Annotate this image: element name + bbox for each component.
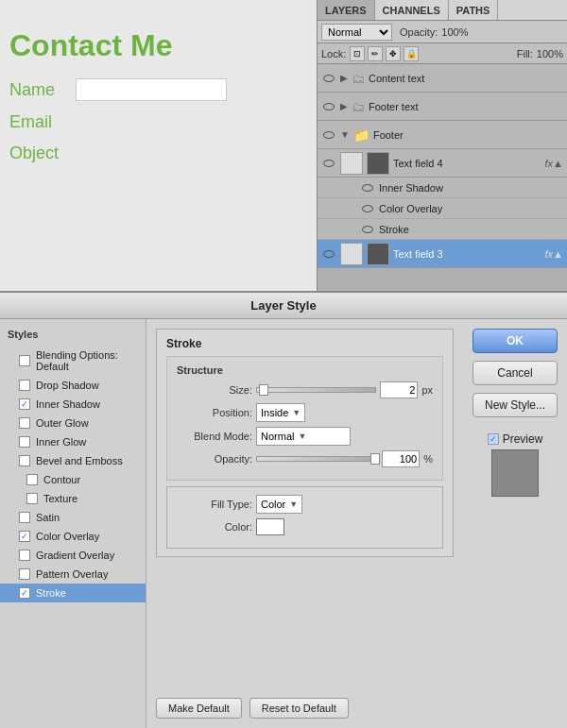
main-content-area: Stroke Structure Size: 2 px Position: [146, 319, 463, 728]
checkbox-pattern-overlay[interactable] [19, 568, 30, 580]
fill-type-dropdown[interactable]: Color ▼ [256, 495, 302, 514]
opacity-input[interactable]: 100 [382, 450, 420, 467]
size-slider[interactable] [256, 387, 376, 393]
name-field-row: Name [0, 73, 317, 107]
color-row: Color: [177, 518, 433, 535]
size-row: Size: 2 px [177, 381, 433, 398]
checkbox-bevel[interactable] [19, 455, 30, 466]
effect-inner-shadow[interactable]: Inner Shadow [318, 178, 567, 198]
lock-position-btn[interactable]: ✥ [386, 46, 401, 61]
checkbox-inner-shadow[interactable] [19, 398, 30, 410]
checkbox-color-overlay[interactable] [19, 531, 30, 542]
style-satin[interactable]: Satin [0, 508, 146, 527]
checkbox-contour[interactable] [26, 474, 38, 485]
name-input[interactable] [76, 78, 227, 101]
opacity-slider[interactable] [256, 456, 378, 462]
lock-all-btn[interactable]: 🔒 [404, 46, 419, 61]
eye-icon-tf3[interactable] [321, 246, 336, 262]
blend-mode-dropdown[interactable]: Normal ▼ [256, 427, 351, 446]
lock-transparent-btn[interactable]: ⊡ [350, 46, 365, 61]
opacity-field-label: Opacity: [177, 453, 252, 465]
checkbox-inner-glow[interactable] [19, 436, 30, 448]
fill-type-row: Fill Type: Color ▼ [177, 495, 433, 514]
tab-layers[interactable]: LAYERS [318, 0, 375, 20]
opacity-slider-thumb[interactable] [370, 453, 380, 465]
style-blending-options[interactable]: Blending Options: Default [0, 346, 146, 376]
layer-item-content-text[interactable]: ▶ 🗂 Content text [318, 64, 567, 93]
checkbox-satin[interactable] [19, 512, 30, 523]
preview-label-row: Preview [488, 432, 543, 446]
arrow-footer-text[interactable]: ▶ [340, 101, 348, 111]
layer-name-tf3: Text field 3 [393, 248, 541, 260]
checkbox-outer-glow[interactable] [19, 417, 30, 429]
size-unit: px [421, 384, 433, 396]
style-outer-glow[interactable]: Outer Glow [0, 414, 146, 432]
layer-item-text-field-3[interactable]: Text field 3 fx▲ [318, 240, 567, 268]
new-style-button[interactable]: New Style... [472, 393, 558, 417]
size-slider-thumb[interactable] [259, 384, 268, 396]
layer-style-dialog: Layer Style Styles Blending Options: Def… [0, 291, 567, 728]
size-input[interactable]: 2 [380, 381, 418, 398]
eye-icon-tf4[interactable] [321, 156, 336, 171]
style-stroke[interactable]: Stroke [0, 584, 146, 602]
cancel-button[interactable]: Cancel [472, 361, 558, 385]
website-preview: Contact Me Name Email Object [0, 0, 317, 291]
eye-icon-content[interactable] [321, 71, 336, 86]
make-default-button[interactable]: Make Default [156, 698, 242, 719]
opacity-unit: % [423, 453, 433, 465]
lock-image-btn[interactable]: ✏ [368, 46, 383, 61]
style-inner-glow[interactable]: Inner Glow [0, 432, 146, 451]
tab-channels[interactable]: CHANNELS [375, 0, 449, 20]
layer-fx-tf3: fx▲ [545, 248, 563, 260]
tab-paths[interactable]: PATHS [449, 0, 499, 20]
checkbox-texture[interactable] [26, 493, 38, 504]
structure-section: Structure Size: 2 px Position: Inside [166, 356, 443, 481]
color-swatch[interactable] [256, 518, 284, 535]
layer-thumb2-tf4 [367, 152, 389, 175]
lock-label: Lock: [321, 48, 346, 59]
checkbox-drop-shadow[interactable] [19, 380, 30, 391]
checkbox-stroke[interactable] [19, 587, 30, 599]
eye-icon-stroke[interactable] [360, 222, 375, 237]
arrow-footer[interactable]: ▼ [340, 129, 350, 140]
layers-tabs: LAYERS CHANNELS PATHS [318, 0, 567, 21]
checkbox-gradient-overlay[interactable] [19, 550, 30, 561]
position-arrow-icon: ▼ [292, 408, 301, 417]
layer-name-footer-text: Footer text [369, 101, 563, 112]
blend-mode-select[interactable]: Normal [321, 24, 392, 41]
style-color-overlay[interactable]: Color Overlay [0, 527, 146, 546]
style-drop-shadow[interactable]: Drop Shadow [0, 376, 146, 395]
ok-button[interactable]: OK [472, 329, 558, 353]
dialog-title: Layer Style [0, 293, 567, 319]
preview-checkbox[interactable] [488, 433, 499, 445]
contact-heading: Contact Me [0, 0, 317, 73]
eye-icon-color-overlay[interactable] [360, 201, 375, 216]
style-texture[interactable]: Texture [0, 489, 146, 508]
style-bevel-emboss[interactable]: Bevel and Emboss [0, 451, 146, 470]
style-inner-shadow[interactable]: Inner Shadow [0, 395, 146, 414]
position-dropdown[interactable]: Inside ▼ [256, 403, 305, 422]
style-contour[interactable]: Contour [0, 470, 146, 489]
eye-icon-inner-shadow[interactable] [360, 180, 375, 195]
checkbox-blending[interactable] [19, 355, 30, 366]
arrow-content[interactable]: ▶ [340, 73, 348, 83]
eye-icon-footer-text[interactable] [321, 99, 336, 114]
style-pattern-overlay[interactable]: Pattern Overlay [0, 565, 146, 584]
layer-item-footer-text[interactable]: ▶ 🗂 Footer text [318, 93, 567, 121]
layer-fx-tf4: fx▲ [545, 158, 563, 169]
blend-mode-arrow-icon: ▼ [298, 432, 306, 441]
structure-title: Structure [177, 364, 433, 376]
effect-name-inner-shadow: Inner Shadow [379, 182, 443, 194]
layer-name-content: Content text [369, 73, 563, 84]
position-row: Position: Inside ▼ [177, 403, 433, 422]
effect-stroke[interactable]: Stroke [318, 219, 567, 240]
layer-item-footer[interactable]: ▼ 📁 Footer [318, 121, 567, 149]
folder-icon-footer: 📁 [353, 127, 369, 143]
layers-toolbar: Normal Opacity: 100% [318, 21, 567, 43]
effect-color-overlay[interactable]: Color Overlay [318, 198, 567, 219]
eye-icon-footer[interactable] [321, 127, 336, 143]
preview-label: Preview [503, 432, 543, 446]
reset-to-default-button[interactable]: Reset to Default [249, 698, 349, 719]
layer-item-text-field-4[interactable]: Text field 4 fx▲ [318, 149, 567, 178]
style-gradient-overlay[interactable]: Gradient Overlay [0, 546, 146, 565]
